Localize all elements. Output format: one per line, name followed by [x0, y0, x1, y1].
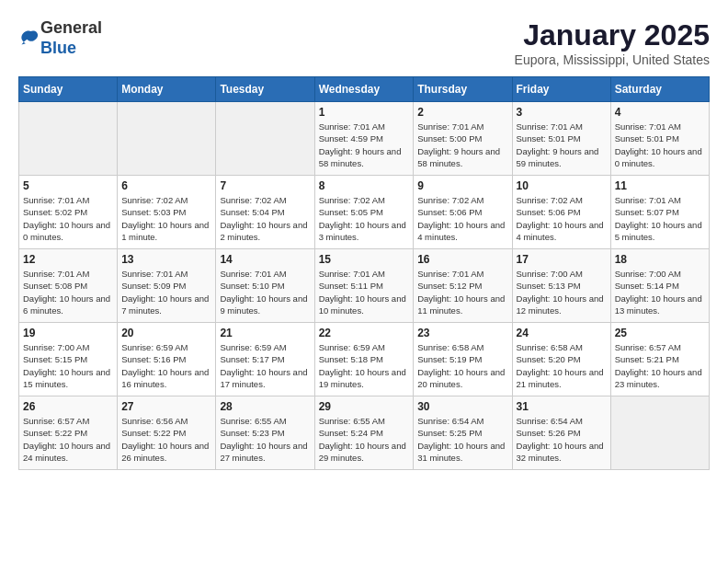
day-info: Sunrise: 7:01 AMSunset: 5:01 PMDaylight:…: [615, 121, 705, 169]
calendar-cell: 30Sunrise: 6:54 AMSunset: 5:25 PMDayligh…: [414, 396, 512, 470]
day-info: Sunrise: 6:54 AMSunset: 5:25 PMDaylight:…: [417, 415, 507, 464]
day-info: Sunrise: 6:56 AMSunset: 5:22 PMDaylight:…: [121, 415, 211, 464]
day-info: Sunrise: 7:01 AMSunset: 5:10 PMDaylight:…: [220, 268, 310, 316]
day-info: Sunrise: 7:00 AMSunset: 5:14 PMDaylight:…: [615, 268, 705, 316]
calendar-cell: [610, 396, 709, 470]
day-number: 28: [220, 400, 310, 413]
day-info: Sunrise: 7:01 AMSunset: 5:07 PMDaylight:…: [615, 194, 705, 243]
col-header-wednesday: Wednesday: [314, 77, 414, 102]
calendar-week-row: 1Sunrise: 7:01 AMSunset: 4:59 PMDaylight…: [19, 102, 710, 176]
calendar-cell: 5Sunrise: 7:01 AMSunset: 5:02 PMDaylight…: [19, 176, 118, 249]
calendar-cell: [19, 102, 118, 176]
day-info: Sunrise: 7:01 AMSunset: 5:09 PMDaylight:…: [121, 268, 211, 316]
calendar-cell: 12Sunrise: 7:01 AMSunset: 5:08 PMDayligh…: [19, 249, 118, 323]
calendar-header-row: SundayMondayTuesdayWednesdayThursdayFrid…: [19, 77, 710, 102]
day-info: Sunrise: 6:55 AMSunset: 5:24 PMDaylight:…: [319, 415, 410, 464]
day-info: Sunrise: 7:02 AMSunset: 5:03 PMDaylight:…: [121, 194, 211, 243]
day-number: 18: [615, 253, 705, 266]
logo-general: General: [40, 18, 102, 37]
calendar-week-row: 19Sunrise: 7:00 AMSunset: 5:15 PMDayligh…: [19, 323, 710, 396]
calendar-cell: 1Sunrise: 7:01 AMSunset: 4:59 PMDaylight…: [314, 102, 414, 176]
day-number: 20: [121, 327, 211, 339]
day-number: 14: [220, 253, 310, 266]
logo-text: General Blue: [40, 18, 102, 58]
logo-bird-icon: [20, 29, 40, 48]
calendar-cell: 11Sunrise: 7:01 AMSunset: 5:07 PMDayligh…: [610, 176, 709, 249]
day-number: 4: [615, 106, 705, 119]
calendar-week-row: 5Sunrise: 7:01 AMSunset: 5:02 PMDaylight…: [19, 176, 710, 249]
calendar-cell: 14Sunrise: 7:01 AMSunset: 5:10 PMDayligh…: [216, 249, 314, 323]
calendar-cell: 3Sunrise: 7:01 AMSunset: 5:01 PMDaylight…: [512, 102, 610, 176]
calendar-cell: 22Sunrise: 6:59 AMSunset: 5:18 PMDayligh…: [314, 323, 414, 396]
calendar-cell: 9Sunrise: 7:02 AMSunset: 5:06 PMDaylight…: [414, 176, 512, 249]
day-number: 10: [517, 179, 607, 192]
day-info: Sunrise: 6:54 AMSunset: 5:26 PMDaylight:…: [517, 415, 607, 464]
logo-blue-text: Blue: [40, 39, 76, 57]
day-info: Sunrise: 7:02 AMSunset: 5:05 PMDaylight:…: [319, 194, 410, 243]
day-info: Sunrise: 6:59 AMSunset: 5:16 PMDaylight:…: [121, 341, 211, 390]
day-number: 29: [319, 400, 410, 413]
day-info: Sunrise: 6:58 AMSunset: 5:19 PMDaylight:…: [417, 341, 507, 390]
day-info: Sunrise: 6:59 AMSunset: 5:18 PMDaylight:…: [319, 341, 410, 390]
calendar-cell: 25Sunrise: 6:57 AMSunset: 5:21 PMDayligh…: [610, 323, 709, 396]
calendar-cell: 18Sunrise: 7:00 AMSunset: 5:14 PMDayligh…: [610, 249, 709, 323]
day-number: 24: [517, 327, 607, 339]
day-number: 25: [615, 327, 705, 339]
col-header-sunday: Sunday: [19, 77, 118, 102]
day-number: 11: [615, 179, 705, 192]
calendar-cell: 28Sunrise: 6:55 AMSunset: 5:23 PMDayligh…: [216, 396, 314, 470]
day-info: Sunrise: 7:00 AMSunset: 5:15 PMDaylight:…: [23, 341, 113, 390]
calendar-cell: 16Sunrise: 7:01 AMSunset: 5:12 PMDayligh…: [414, 249, 512, 323]
calendar-cell: 4Sunrise: 7:01 AMSunset: 5:01 PMDaylight…: [610, 102, 709, 176]
day-info: Sunrise: 7:00 AMSunset: 5:13 PMDaylight:…: [517, 268, 607, 316]
calendar-week-row: 26Sunrise: 6:57 AMSunset: 5:22 PMDayligh…: [19, 396, 710, 470]
calendar-cell: 20Sunrise: 6:59 AMSunset: 5:16 PMDayligh…: [118, 323, 216, 396]
calendar-cell: 21Sunrise: 6:59 AMSunset: 5:17 PMDayligh…: [216, 323, 314, 396]
calendar-cell: 29Sunrise: 6:55 AMSunset: 5:24 PMDayligh…: [314, 396, 414, 470]
col-header-tuesday: Tuesday: [216, 77, 314, 102]
day-number: 15: [319, 253, 410, 266]
page-header: General Blue January 2025 Eupora, Missis…: [18, 18, 710, 67]
logo: General Blue: [18, 18, 102, 58]
day-info: Sunrise: 6:58 AMSunset: 5:20 PMDaylight:…: [517, 341, 607, 390]
day-info: Sunrise: 7:01 AMSunset: 5:01 PMDaylight:…: [517, 121, 607, 169]
day-number: 2: [417, 106, 507, 119]
calendar-cell: 17Sunrise: 7:00 AMSunset: 5:13 PMDayligh…: [512, 249, 610, 323]
title-block: January 2025 Eupora, Mississippi, United…: [515, 18, 710, 67]
day-number: 7: [220, 179, 310, 192]
calendar-cell: 10Sunrise: 7:02 AMSunset: 5:06 PMDayligh…: [512, 176, 610, 249]
col-header-thursday: Thursday: [414, 77, 512, 102]
day-number: 13: [121, 253, 211, 266]
day-info: Sunrise: 6:59 AMSunset: 5:17 PMDaylight:…: [220, 341, 310, 390]
day-number: 3: [517, 106, 607, 119]
day-number: 9: [417, 179, 507, 192]
calendar-cell: [216, 102, 314, 176]
day-info: Sunrise: 7:01 AMSunset: 5:08 PMDaylight:…: [23, 268, 113, 316]
day-number: 19: [23, 327, 113, 339]
calendar-cell: 6Sunrise: 7:02 AMSunset: 5:03 PMDaylight…: [118, 176, 216, 249]
calendar-cell: 27Sunrise: 6:56 AMSunset: 5:22 PMDayligh…: [118, 396, 216, 470]
day-number: 21: [220, 327, 310, 339]
calendar-week-row: 12Sunrise: 7:01 AMSunset: 5:08 PMDayligh…: [19, 249, 710, 323]
day-number: 17: [517, 253, 607, 266]
calendar-cell: 24Sunrise: 6:58 AMSunset: 5:20 PMDayligh…: [512, 323, 610, 396]
col-header-monday: Monday: [118, 77, 216, 102]
calendar-cell: 31Sunrise: 6:54 AMSunset: 5:26 PMDayligh…: [512, 396, 610, 470]
day-info: Sunrise: 6:55 AMSunset: 5:23 PMDaylight:…: [220, 415, 310, 464]
calendar-cell: 8Sunrise: 7:02 AMSunset: 5:05 PMDaylight…: [314, 176, 414, 249]
calendar-cell: 2Sunrise: 7:01 AMSunset: 5:00 PMDaylight…: [414, 102, 512, 176]
col-header-saturday: Saturday: [610, 77, 709, 102]
day-number: 22: [319, 327, 410, 339]
calendar-cell: 15Sunrise: 7:01 AMSunset: 5:11 PMDayligh…: [314, 249, 414, 323]
day-info: Sunrise: 7:02 AMSunset: 5:06 PMDaylight:…: [517, 194, 607, 243]
day-info: Sunrise: 7:01 AMSunset: 4:59 PMDaylight:…: [319, 121, 410, 169]
calendar-cell: 26Sunrise: 6:57 AMSunset: 5:22 PMDayligh…: [19, 396, 118, 470]
calendar-cell: 23Sunrise: 6:58 AMSunset: 5:19 PMDayligh…: [414, 323, 512, 396]
calendar-cell: 19Sunrise: 7:00 AMSunset: 5:15 PMDayligh…: [19, 323, 118, 396]
col-header-friday: Friday: [512, 77, 610, 102]
day-info: Sunrise: 6:57 AMSunset: 5:22 PMDaylight:…: [23, 415, 113, 464]
day-number: 6: [121, 179, 211, 192]
day-info: Sunrise: 6:57 AMSunset: 5:21 PMDaylight:…: [615, 341, 705, 390]
calendar-cell: 7Sunrise: 7:02 AMSunset: 5:04 PMDaylight…: [216, 176, 314, 249]
location: Eupora, Mississippi, United States: [515, 52, 710, 67]
